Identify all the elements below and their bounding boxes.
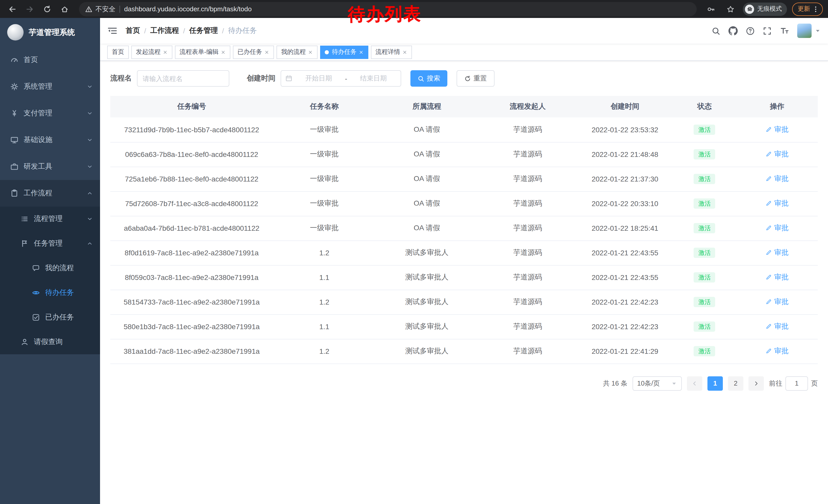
- password-key-button[interactable]: [704, 2, 718, 16]
- star-icon: [727, 5, 735, 13]
- approve-button[interactable]: 审批: [765, 125, 788, 134]
- browser-back-button[interactable]: [5, 2, 19, 16]
- font-size-button[interactable]: [780, 26, 789, 35]
- next-page-button[interactable]: [748, 376, 764, 391]
- tab-close-button[interactable]: [359, 49, 364, 55]
- tab-label: 我的流程: [281, 48, 306, 56]
- sidebar-collapse-button[interactable]: [107, 26, 118, 35]
- tab-close-button[interactable]: [163, 49, 168, 55]
- approve-button[interactable]: 审批: [765, 273, 788, 282]
- yen-icon: [10, 109, 18, 118]
- approve-label: 审批: [774, 199, 788, 208]
- tab-close-button[interactable]: [220, 49, 226, 55]
- page-size-select[interactable]: 10条/页: [632, 376, 682, 391]
- tab-start-process[interactable]: 发起流程: [131, 45, 172, 59]
- browser-actions: 无痕模式 更新: [704, 2, 823, 16]
- cell-initiator: 芋道源码: [478, 290, 577, 314]
- approve-button[interactable]: 审批: [765, 150, 788, 159]
- github-link-button[interactable]: [729, 26, 738, 35]
- security-chip[interactable]: 不安全: [85, 4, 115, 13]
- sidebar-item-my-process[interactable]: 我的流程: [0, 256, 100, 280]
- start-date-placeholder: 开始日期: [295, 74, 342, 83]
- pagination: 共 16 条 10条/页 1 2 前往 页: [110, 376, 818, 391]
- sidebar-item-payment[interactable]: 支付管理: [0, 100, 100, 127]
- fullscreen-button[interactable]: [763, 27, 772, 35]
- table-row: 73211d9d-7b9b-11ec-b5b7-acde48001122 一级审…: [110, 118, 818, 142]
- tab-label: 发起流程: [136, 48, 161, 56]
- browser-home-button[interactable]: [57, 2, 72, 16]
- approve-label: 审批: [774, 248, 788, 258]
- reset-button-label: 重置: [473, 74, 487, 83]
- user-menu[interactable]: [797, 24, 821, 38]
- search-button[interactable]: 搜索: [410, 70, 447, 87]
- cell-task-name: 1.2: [273, 240, 376, 265]
- sidebar-item-label: 流程管理: [34, 214, 63, 224]
- cell-task-id: a6aba0a4-7b6d-11ec-b781-acde48001122: [110, 216, 273, 240]
- app-frame: 芋道管理系统 首页 系统管理 支付管理: [0, 18, 828, 504]
- approve-label: 审批: [774, 125, 788, 134]
- help-button[interactable]: [746, 27, 755, 35]
- sidebar-item-devtools[interactable]: 研发工具: [0, 153, 100, 180]
- tab-close-button[interactable]: [308, 49, 313, 55]
- sidebar-item-home[interactable]: 首页: [0, 47, 100, 73]
- cell-created: 2022-01-22 23:53:32: [577, 118, 672, 142]
- goto-page-input[interactable]: [785, 376, 808, 391]
- process-name-input[interactable]: [137, 70, 229, 87]
- browser-forward-button[interactable]: [23, 2, 37, 16]
- browser-reload-button[interactable]: [40, 2, 54, 16]
- sidebar-item-task-management[interactable]: 任务管理: [0, 231, 100, 256]
- cell-task-name: 一级审批: [273, 142, 376, 167]
- page-number-button-1[interactable]: 1: [707, 376, 723, 391]
- approve-button[interactable]: 审批: [765, 322, 788, 331]
- sidebar: 芋道管理系统 首页 系统管理 支付管理: [0, 18, 100, 504]
- header-search-button[interactable]: [711, 27, 720, 35]
- sidebar-item-label: 待办任务: [45, 288, 74, 297]
- tab-home[interactable]: 首页: [107, 45, 129, 59]
- cell-process: 测试多审批人: [376, 314, 478, 339]
- approve-button[interactable]: 审批: [765, 174, 788, 184]
- sidebar-item-todo-tasks[interactable]: 待办任务: [0, 280, 100, 305]
- sidebar-item-leave-query[interactable]: 请假查询: [0, 330, 100, 354]
- breadcrumb-item[interactable]: 任务管理: [189, 26, 218, 35]
- approve-button[interactable]: 审批: [765, 297, 788, 307]
- prev-page-button[interactable]: [687, 376, 702, 391]
- browser-update-menu-button[interactable]: 更新: [792, 2, 823, 16]
- page-number-button-2[interactable]: 2: [728, 376, 743, 391]
- sidebar-item-workflow[interactable]: 工作流程: [0, 180, 100, 207]
- approve-button[interactable]: 审批: [765, 347, 788, 356]
- cell-process: OA 请假: [376, 191, 478, 216]
- reset-button[interactable]: 重置: [457, 70, 495, 87]
- tab-close-button[interactable]: [264, 49, 269, 55]
- task-table: 任务编号 任务名称 所属流程 流程发起人 创建时间 状态 操作: [110, 96, 818, 364]
- edit-pen-icon: [765, 176, 772, 182]
- approve-button[interactable]: 审批: [765, 224, 788, 233]
- app-logo[interactable]: 芋道管理系统: [0, 18, 100, 47]
- sidebar-item-infrastructure[interactable]: 基础设施: [0, 127, 100, 153]
- bookmark-star-button[interactable]: [723, 2, 738, 16]
- sidebar-item-done-tasks[interactable]: 已办任务: [0, 305, 100, 330]
- approve-button[interactable]: 审批: [765, 199, 788, 208]
- cell-task-id: 725a1eb6-7b88-11ec-8ef0-acde48001122: [110, 167, 273, 191]
- security-label: 不安全: [95, 4, 115, 13]
- status-badge: 激活: [694, 297, 715, 307]
- search-button-label: 搜索: [427, 74, 440, 83]
- sidebar-item-system[interactable]: 系统管理: [0, 73, 100, 100]
- date-range-picker[interactable]: 开始日期 - 结束日期: [281, 70, 401, 87]
- cell-initiator: 芋道源码: [478, 339, 577, 364]
- breadcrumb-item[interactable]: 工作流程: [150, 26, 179, 35]
- approve-button[interactable]: 审批: [765, 248, 788, 258]
- cell-process: OA 请假: [376, 167, 478, 191]
- tab-my-process[interactable]: 我的流程: [277, 45, 318, 59]
- tab-todo-tasks[interactable]: 待办任务: [320, 45, 368, 59]
- tab-done-tasks[interactable]: 已办任务: [233, 45, 274, 59]
- main-area: 首页 / 工作流程 / 任务管理 / 待办任务: [100, 18, 828, 504]
- tab-process-form-edit[interactable]: 流程表单-编辑: [175, 45, 230, 59]
- sidebar-item-process-management[interactable]: 流程管理: [0, 207, 100, 231]
- breadcrumb-item[interactable]: 首页: [126, 26, 140, 35]
- status-badge: 激活: [694, 272, 715, 282]
- tab-close-button[interactable]: [402, 49, 407, 55]
- status-badge: 激活: [694, 321, 715, 332]
- cell-created: 2022-01-22 21:37:30: [577, 167, 672, 191]
- column-header-created: 创建时间: [577, 96, 672, 118]
- tab-process-detail[interactable]: 流程详情: [371, 45, 412, 59]
